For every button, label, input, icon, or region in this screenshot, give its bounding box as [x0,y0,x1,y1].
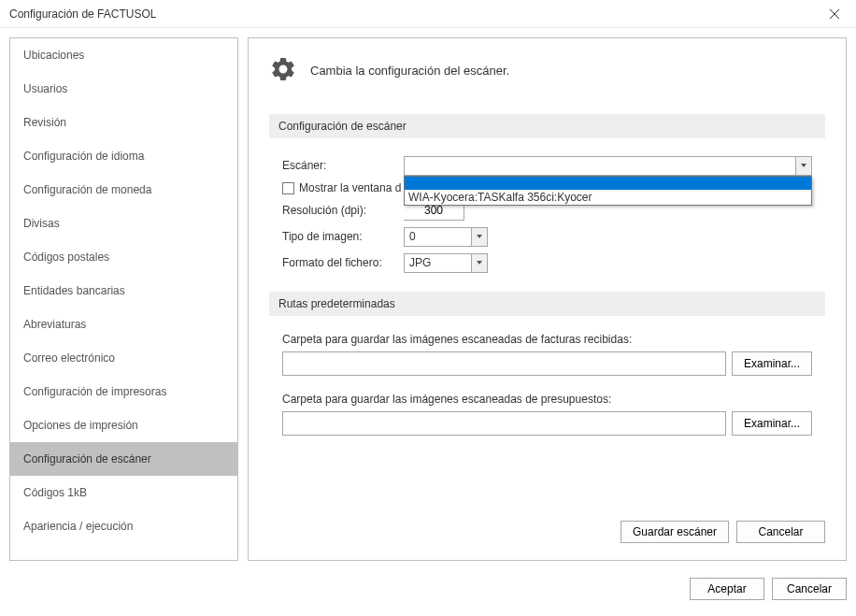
paths-form: Carpeta para guardar las imágenes escane… [269,333,825,452]
section-default-paths: Rutas predeterminadas [269,292,825,316]
window-title: Configuración de FACTUSOL [9,7,156,21]
cancel-panel-button[interactable]: Cancelar [736,521,825,543]
budgets-path-label: Carpeta para guardar las imágenes escane… [282,393,812,406]
main-container: Ubicaciones Usuarios Revisión Configurac… [0,28,856,570]
browse-invoices-button[interactable]: Examinar... [732,351,812,376]
image-type-value: 0 [409,230,416,243]
file-format-dropdown[interactable]: JPG [404,253,488,273]
scanner-label: Escáner: [282,159,404,172]
sidebar-item-abreviaturas[interactable]: Abreviaturas [10,308,237,341]
sidebar-item-codigos-1kb[interactable]: Códigos 1kB [10,476,237,509]
file-format-label: Formato del fichero: [282,256,404,269]
chevron-down-icon[interactable] [795,157,811,175]
sidebar-item-ubicaciones[interactable]: Ubicaciones [10,38,237,72]
section-scanner-config: Configuración de escáner [269,114,825,138]
titlebar: Configuración de FACTUSOL [0,0,856,28]
browse-budgets-button[interactable]: Examinar... [732,411,812,436]
save-scanner-button[interactable]: Guardar escáner [621,521,729,543]
content-panel: Cambia la configuración del escáner. Con… [248,37,847,561]
dropdown-item-kyocera[interactable]: WIA-Kyocera:TASKalfa 356ci:Kyocer [405,190,811,205]
close-icon[interactable] [813,0,856,28]
content-title: Cambia la configuración del escáner. [310,64,509,78]
dropdown-item-blank[interactable] [405,177,811,190]
resolution-label: Resolución (dpi): [282,204,404,217]
sidebar-item-codigos-postales[interactable]: Códigos postales [10,240,237,274]
file-format-value: JPG [409,256,431,269]
sidebar-item-apariencia[interactable]: Apariencia / ejecución [10,509,237,543]
sidebar-item-idioma[interactable]: Configuración de idioma [10,139,237,173]
invoices-path-label: Carpeta para guardar las imágenes escane… [282,333,812,346]
gear-icon [269,55,297,86]
chevron-down-icon[interactable] [471,254,487,272]
scanner-dropdown-list: WIA-Kyocera:TASKalfa 356ci:Kyocer [404,176,812,206]
sidebar: Ubicaciones Usuarios Revisión Configurac… [9,37,238,561]
show-window-checkbox[interactable] [282,182,294,194]
sidebar-item-moneda[interactable]: Configuración de moneda [10,173,237,207]
sidebar-item-usuarios[interactable]: Usuarios [10,72,237,106]
sidebar-item-escaner[interactable]: Configuración de escáner [10,442,237,476]
sidebar-item-impresoras[interactable]: Configuración de impresoras [10,375,237,408]
accept-button[interactable]: Aceptar [690,578,764,600]
invoices-path-input[interactable] [282,351,726,376]
dialog-footer: Aceptar Cancelar [0,570,856,608]
content-header: Cambia la configuración del escáner. [269,55,825,86]
sidebar-item-correo[interactable]: Correo electrónico [10,341,237,375]
scanner-form: Escáner: WIA-Kyocera:TASKalfa 356ci:Kyoc… [269,155,825,292]
panel-footer: Guardar escáner Cancelar [269,511,825,543]
chevron-down-icon[interactable] [471,228,487,246]
scanner-dropdown[interactable] [404,156,812,176]
sidebar-item-opciones-impresion[interactable]: Opciones de impresión [10,408,237,442]
image-type-dropdown[interactable]: 0 [404,227,488,247]
budgets-path-input[interactable] [282,411,726,436]
cancel-dialog-button[interactable]: Cancelar [772,578,847,600]
show-window-label: Mostrar la ventana d [299,181,401,194]
sidebar-item-entidades[interactable]: Entidades bancarias [10,274,237,308]
sidebar-item-divisas[interactable]: Divisas [10,207,237,240]
sidebar-item-revision[interactable]: Revisión [10,106,237,139]
image-type-label: Tipo de imagen: [282,230,404,243]
